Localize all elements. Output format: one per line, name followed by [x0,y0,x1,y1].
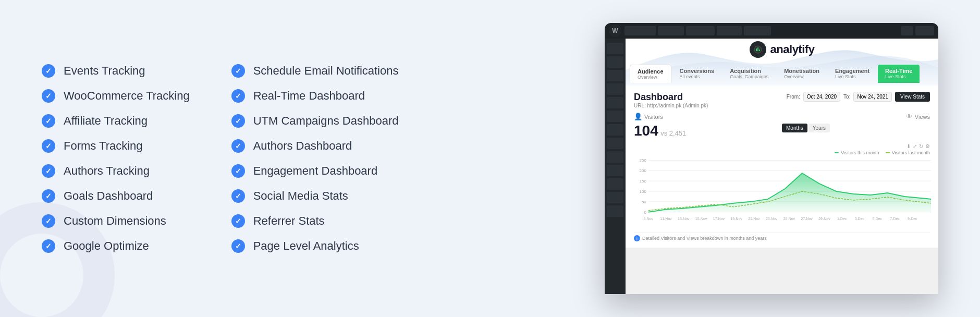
list-item: Events Tracking [42,64,190,78]
adminbar-item [915,26,934,35]
date-filter: From: Oct 24, 2020 To: Nov 24, 2021 View… [787,92,930,102]
svg-text:9-Nov: 9-Nov [644,217,654,221]
svg-text:200: 200 [640,168,647,173]
feature-label: Social Media Stats [253,189,348,203]
list-item: Affiliate Tracking [42,114,190,128]
sidebar-icon [607,178,623,190]
check-icon [231,139,245,153]
svg-text:5-Dec: 5-Dec [872,217,882,221]
sidebar-icon [607,43,623,54]
feature-label: Referrer Stats [253,214,325,228]
dashboard-main: Dashboard URL: http://admin.pk (Admin.pk… [626,86,938,248]
tab-acquisition-label: Acquisition [730,68,768,74]
tab-realtime[interactable]: Real-Time Live Stats [878,65,920,83]
wp-adminbar: W [605,23,938,39]
tab-monetisation-sub: Overview [784,74,819,79]
dashboard-screenshot: W [605,23,938,294]
view-stats-button[interactable]: View Stats [895,92,930,102]
main-container: Events Tracking WooCommerce Tracking Aff… [0,0,980,317]
check-icon [231,89,245,103]
svg-text:21-Nov: 21-Nov [748,217,760,221]
svg-text:25-Nov: 25-Nov [783,217,795,221]
svg-rect-1 [756,48,757,51]
sidebar-icon [607,205,623,217]
list-item: Real-Time Dashboard [231,89,399,103]
svg-text:13-Nov: 13-Nov [678,217,690,221]
svg-text:3-Dec: 3-Dec [855,217,865,221]
chart-icons: ⬇ ⤢ ↻ ⚙ [634,143,930,149]
feature-label: Schedule Email Notifications [253,64,399,78]
months-button[interactable]: Months [782,124,807,132]
legend-this-month: Visitors this month [835,150,879,155]
tab-acquisition-sub: Goals, Campaigns [730,74,768,79]
line-chart-area: 250 200 150 100 50 0 [632,157,932,230]
visitors-metric: 👤 Visitors 104 vs 2,451 [634,113,782,139]
sidebar-icon [607,165,623,176]
svg-text:19-Nov: 19-Nov [730,217,742,221]
dashboard-url: URL: http://admin.pk (Admin.pk) [634,103,708,108]
adminbar-items [624,26,898,35]
sidebar-icon [607,97,623,108]
tab-conversions[interactable]: Conversions All events [672,65,722,83]
chart-icon-settings[interactable]: ⚙ [925,143,930,149]
analytify-tabs[interactable]: Audience Overview Conversions All events… [626,65,938,83]
sidebar-icon [607,151,623,163]
sidebar-icon [607,56,623,68]
check-icon [231,114,245,128]
feature-label: Affiliate Tracking [64,114,148,128]
tab-conversions-sub: All events [680,74,715,79]
svg-text:11-Nov: 11-Nov [660,217,672,221]
chart-icon-fullscreen[interactable]: ⤢ [913,143,917,149]
svg-text:100: 100 [640,189,647,194]
visitors-label: Visitors [644,114,663,120]
list-item: Engagement Dashboard [231,164,399,178]
tab-monetisation-label: Monetisation [784,68,819,74]
list-item: Referrer Stats [231,214,399,228]
check-icon [42,189,55,203]
tab-monetisation[interactable]: Monetisation Overview [777,65,827,83]
years-button[interactable]: Years [808,124,830,132]
chart-icon-refresh[interactable]: ↻ [919,143,923,149]
svg-rect-2 [757,47,758,51]
list-item: UTM Campaigns Dashboard [231,114,399,128]
date-from-label: From: [787,94,800,100]
feature-label: Page Level Analytics [253,239,359,253]
feature-label: Real-Time Dashboard [253,89,365,103]
visitors-icon: 👤 [634,113,642,120]
feature-label: Custom Dimensions [64,214,166,228]
list-item: Schedule Email Notifications [231,64,399,78]
feature-label: Authors Tracking [64,164,150,178]
features-column-2: Schedule Email Notifications Real-Time D… [231,64,399,253]
wp-main-content: analytify Audience Overview Conversions [626,39,938,294]
chart-footer: i Detailed Visitors and Views breakdown … [634,233,930,241]
tab-engagement-sub: Live Stats [835,74,869,79]
analytify-logo: analytify [750,41,815,58]
wp-layout: analytify Audience Overview Conversions [605,39,938,294]
check-icon [231,164,245,178]
sidebar-icon [607,70,623,81]
check-icon [42,139,55,153]
sidebar-icon [607,192,623,203]
visitors-header: 👤 Visitors [634,113,782,120]
tab-audience[interactable]: Audience Overview [630,65,671,83]
check-icon [231,239,245,253]
adminbar-right [901,26,934,35]
analytify-logo-text: analytify [770,43,815,56]
legend-last-month: Visitors last month [886,150,930,155]
list-item: Custom Dimensions [42,214,190,228]
adminbar-item [901,26,913,35]
list-item: Page Level Analytics [231,239,399,253]
feature-label: Engagement Dashboard [253,164,378,178]
tab-audience-sub: Overview [638,75,664,80]
check-icon [42,89,55,103]
tab-engagement[interactable]: Engagement Live Stats [828,65,877,83]
views-header: 👁 Views [906,113,930,120]
svg-text:1-Dec: 1-Dec [837,217,847,221]
visitors-value: 104 vs 2,451 [634,123,782,139]
tab-realtime-sub: Live Stats [885,74,912,79]
tab-acquisition[interactable]: Acquisition Goals, Campaigns [722,65,776,83]
months-toggle[interactable]: Months Years [782,124,830,132]
feature-label: WooCommerce Tracking [64,89,190,103]
chart-icon-download[interactable]: ⬇ [906,143,911,149]
svg-text:17-Nov: 17-Nov [713,217,725,221]
